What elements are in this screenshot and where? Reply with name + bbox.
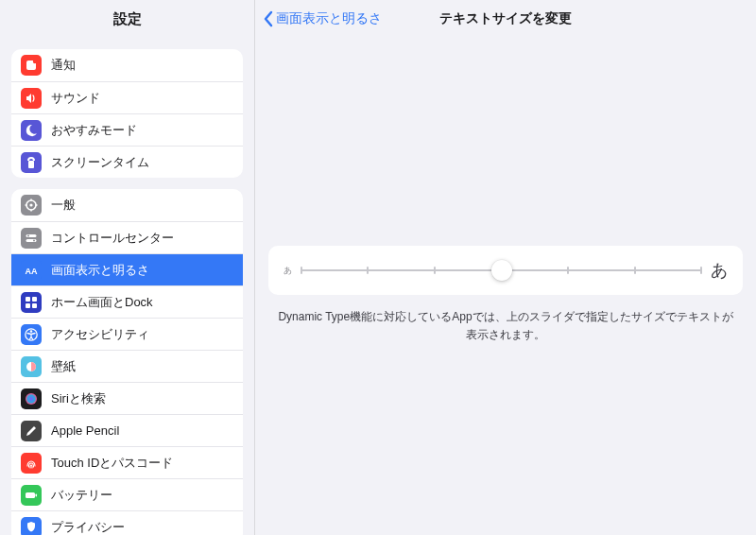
slider-min-glyph: あ [284, 265, 292, 277]
sidebar-list[interactable]: 通知サウンドおやすみモードスクリーンタイム一般コントロールセンターAA画面表示と… [0, 38, 254, 535]
svg-rect-2 [28, 161, 34, 168]
sidebar-item-label: おやすみモード [51, 122, 137, 139]
sidebar-item-siri[interactable]: Siriと検索 [11, 382, 243, 414]
sidebar-item-label: コントロールセンター [51, 230, 174, 247]
sidebar-item-homescreen[interactable]: ホーム画面とDock [11, 285, 243, 318]
sidebar-item-label: 通知 [51, 57, 76, 74]
sidebar-item-notifications[interactable]: 通知 [11, 49, 243, 81]
svg-point-21 [26, 393, 37, 405]
sidebar-item-sounds[interactable]: サウンド [11, 81, 243, 113]
dnd-icon [21, 120, 42, 141]
privacy-icon [21, 517, 42, 536]
sidebar-item-wallpaper[interactable]: 壁紙 [11, 350, 243, 382]
text-size-slider[interactable] [301, 259, 701, 282]
sidebar-item-label: Touch IDとパスコード [51, 455, 173, 472]
slider-tick [634, 267, 636, 274]
settings-sidebar: 設定 通知サウンドおやすみモードスクリーンタイム一般コントロールセンターAA画面… [0, 0, 255, 535]
notifications-icon [21, 55, 42, 76]
detail-content: あ あ Dynamic Type機能に対応しているAppでは、上のスライダで指定… [255, 38, 756, 535]
slider-tick [700, 267, 702, 274]
sidebar-item-label: スクリーンタイム [51, 154, 149, 171]
svg-point-19 [30, 330, 33, 333]
sidebar-title: 設定 [0, 0, 254, 38]
slider-knob[interactable] [491, 260, 512, 281]
svg-rect-17 [32, 303, 37, 308]
slider-caption: Dynamic Type機能に対応しているAppでは、上のスライダで指定したサイ… [268, 308, 743, 344]
homescreen-icon [21, 292, 42, 313]
sidebar-item-general[interactable]: 一般 [11, 189, 243, 221]
sidebar-item-label: アクセシビリティ [51, 326, 149, 343]
text-size-slider-card: あ あ [268, 246, 743, 295]
svg-point-10 [27, 234, 29, 236]
svg-point-1 [33, 60, 37, 63]
sidebar-item-label: Siriと検索 [51, 390, 106, 407]
sidebar-item-dnd[interactable]: おやすみモード [11, 113, 243, 146]
slider-tick [367, 267, 369, 274]
pencil-icon [21, 421, 42, 441]
svg-point-12 [33, 239, 35, 241]
back-label: 画面表示と明るさ [276, 10, 382, 27]
sounds-icon [21, 88, 42, 109]
sidebar-item-label: ホーム画面とDock [51, 294, 153, 311]
sidebar-item-controlcenter[interactable]: コントロールセンター [11, 221, 243, 253]
page-title: テキストサイズを変更 [439, 10, 572, 27]
controlcenter-icon [21, 228, 42, 249]
sidebar-item-display[interactable]: AA画面表示と明るさ [11, 253, 243, 285]
siri-icon [21, 388, 42, 409]
sidebar-item-label: Apple Pencil [51, 423, 119, 438]
sidebar-item-label: 画面表示と明るさ [51, 262, 149, 279]
svg-rect-22 [26, 492, 35, 498]
sidebar-group: 一般コントロールセンターAA画面表示と明るさホーム画面とDockアクセシビリティ… [11, 189, 243, 535]
slider-tick [301, 267, 302, 274]
sidebar-item-accessibility[interactable]: アクセシビリティ [11, 318, 243, 350]
detail-pane: 画面表示と明るさ テキストサイズを変更 あ あ Dynamic Type機能に対… [255, 0, 756, 535]
sidebar-item-label: 一般 [51, 197, 76, 214]
sidebar-item-label: バッテリー [51, 487, 112, 504]
slider-max-glyph: あ [711, 259, 728, 282]
sidebar-item-label: サウンド [51, 90, 100, 107]
detail-header: 画面表示と明るさ テキストサイズを変更 [255, 0, 756, 38]
touchid-icon [21, 453, 42, 474]
svg-rect-15 [32, 297, 37, 302]
chevron-left-icon [263, 10, 274, 27]
wallpaper-icon [21, 356, 42, 377]
slider-tick [434, 267, 436, 274]
general-icon [21, 195, 42, 216]
screentime-icon [21, 152, 42, 173]
sidebar-item-screentime[interactable]: スクリーンタイム [11, 146, 243, 178]
sidebar-item-privacy[interactable]: プライバシー [11, 510, 243, 535]
sidebar-group: 通知サウンドおやすみモードスクリーンタイム [11, 49, 243, 178]
battery-icon [21, 485, 42, 506]
display-icon: AA [21, 260, 42, 281]
slider-tick [567, 267, 569, 274]
svg-point-4 [29, 203, 32, 206]
svg-rect-14 [26, 297, 30, 302]
sidebar-item-pencil[interactable]: Apple Pencil [11, 414, 243, 446]
svg-text:AA: AA [26, 267, 38, 276]
sidebar-item-battery[interactable]: バッテリー [11, 478, 243, 510]
back-button[interactable]: 画面表示と明るさ [263, 0, 382, 38]
accessibility-icon [21, 324, 42, 345]
sidebar-item-touchid[interactable]: Touch IDとパスコード [11, 446, 243, 478]
svg-rect-16 [26, 303, 30, 308]
svg-rect-23 [36, 493, 38, 496]
sidebar-item-label: 壁紙 [51, 358, 76, 375]
sidebar-item-label: プライバシー [51, 519, 125, 536]
